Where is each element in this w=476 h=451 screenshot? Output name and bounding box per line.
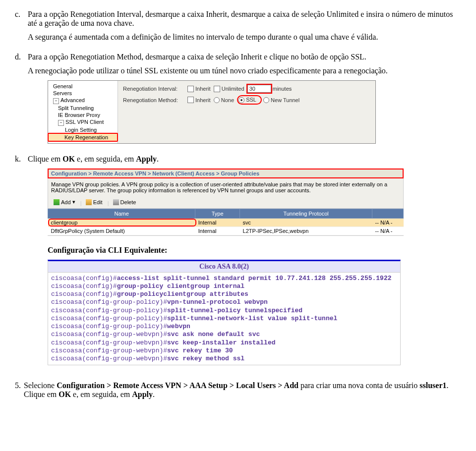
step-d-p2: A renegociação pode utilizar o túnel SSL… (28, 66, 461, 75)
toolbar: Add ▾ | Edit | Delete (48, 196, 404, 209)
breadcrumb: Configuration > Remote Access VPN > Netw… (48, 169, 404, 178)
col-name[interactable]: Name (48, 209, 195, 218)
delete-button[interactable]: Delete (111, 199, 139, 206)
step-c: c. Para a opção Renegotiation Interval, … (15, 10, 461, 47)
inherit-checkbox-2[interactable] (187, 97, 194, 103)
radio-new-tunnel[interactable] (263, 97, 269, 103)
add-button[interactable]: Add ▾ (51, 198, 78, 206)
interval-input[interactable]: 30 (247, 85, 271, 93)
label-reneg-method: Renegotiation Method: (123, 97, 187, 103)
unit-minutes: minutes (273, 86, 292, 92)
table-header-row: Name Type Tunneling Protocol (48, 209, 404, 218)
radio-ssl-group: SSL (238, 97, 260, 103)
policies-table: Name Type Tunneling Protocol clientgroup… (48, 209, 404, 235)
form-body: Renegotiation Interval: Inherit Unlimite… (118, 81, 304, 143)
tree-ie-proxy[interactable]: IE Browser Proxy (48, 112, 118, 118)
col-last[interactable] (372, 209, 404, 218)
collapse-icon[interactable]: − (58, 120, 64, 126)
col-protocol[interactable]: Tunneling Protocol (240, 209, 372, 218)
edit-button[interactable]: Edit (83, 199, 105, 206)
cli-header: Cisco ASA 8.0(2) (48, 261, 400, 273)
table-row[interactable]: clientgroup Internal svc -- N/A - (48, 218, 404, 226)
tree-key-regeneration[interactable]: Key Regeneration (48, 133, 118, 141)
add-icon (54, 199, 60, 205)
inherit-checkbox[interactable] (187, 86, 194, 92)
cli-title: Configuração via CLI Equivalente: (48, 246, 461, 255)
tree-split-tunneling[interactable]: Split Tunneling (48, 105, 118, 112)
marker-c: c. (15, 10, 28, 47)
collapse-icon[interactable]: − (53, 98, 59, 104)
edit-icon (86, 199, 92, 205)
marker-d: d. (15, 53, 28, 149)
label-reneg-interval: Renegotiation Interval: (123, 86, 187, 92)
tree-ssl-vpn[interactable]: −SSL VPN Client (48, 118, 118, 126)
nav-tree: General Servers −Advanced Split Tunnelin… (48, 81, 118, 143)
step-c-p2: A segurança é aumentada com a definição … (28, 33, 461, 42)
delete-icon (113, 199, 119, 205)
tree-advanced[interactable]: −Advanced (48, 97, 118, 105)
table-row[interactable]: DfltGrpPolicy (System Default) Internal … (48, 226, 404, 235)
step-5-text: Selecione Configuration > Remote Access … (24, 381, 461, 399)
step-5: 5. Selecione Configuration > Remote Acce… (15, 381, 461, 404)
step-c-p1: Para a opção Renegotiation Interval, des… (28, 10, 461, 28)
step-d: d. Para a opção Renegotiation Method, de… (15, 53, 461, 149)
radio-none[interactable] (214, 97, 220, 103)
tree-general[interactable]: General (48, 83, 118, 90)
cli-box: Cisco ASA 8.0(2) ciscoasa(config)#access… (48, 260, 401, 366)
screenshot-key-regen: General Servers −Advanced Split Tunnelin… (48, 80, 376, 144)
col-type[interactable]: Type (195, 209, 240, 218)
step-k-p1: Clique em OK e, em seguida, em Apply. (28, 155, 461, 164)
tree-login-setting[interactable]: Login Setting (48, 126, 118, 133)
row-reneg-method: Renegotiation Method: Inherit None SSL N… (123, 97, 299, 103)
unlimited-checkbox[interactable] (214, 86, 220, 92)
radio-ssl[interactable] (238, 97, 244, 103)
step-k: k. Clique em OK e, em seguida, em Apply.… (15, 155, 461, 375)
marker-k: k. (15, 155, 28, 375)
policies-description: Manage VPN group policies. A VPN group p… (48, 178, 404, 196)
step-d-p1: Para a opção Renegotiation Method, desma… (28, 53, 461, 61)
row-reneg-interval: Renegotiation Interval: Inherit Unlimite… (123, 85, 299, 93)
cli-body: ciscoasa(config)#access-list split-tunne… (48, 273, 400, 365)
tree-servers[interactable]: Servers (48, 90, 118, 97)
screenshot-group-policies: Configuration > Remote Access VPN > Netw… (48, 169, 404, 236)
marker-5: 5. (15, 381, 24, 404)
